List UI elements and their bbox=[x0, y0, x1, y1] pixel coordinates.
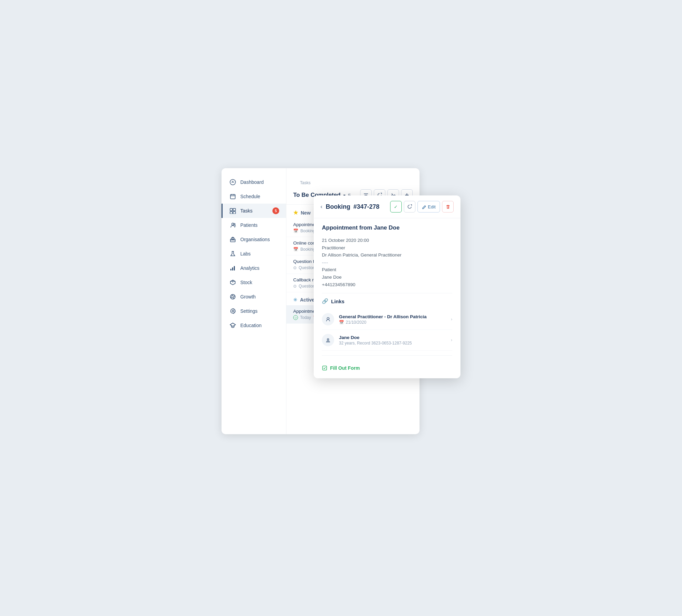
svg-rect-20 bbox=[234, 266, 235, 270]
sidebar-item-patients[interactable]: Patients bbox=[222, 218, 286, 232]
booking-icon: 📅 bbox=[293, 229, 298, 233]
booking-edit-button[interactable]: Edit bbox=[417, 201, 440, 212]
schedule-icon bbox=[229, 193, 236, 200]
svg-point-26 bbox=[231, 309, 235, 313]
svg-point-35 bbox=[327, 338, 329, 341]
sidebar-item-stock[interactable]: Stock bbox=[222, 275, 286, 290]
sidebar-item-labs[interactable]: Labs bbox=[222, 247, 286, 261]
appointment-title: Appointment from Jane Doe bbox=[322, 224, 452, 231]
booking-refresh-button[interactable] bbox=[404, 201, 415, 212]
booking-id: #347-278 bbox=[353, 203, 379, 210]
svg-rect-9 bbox=[230, 211, 232, 214]
link-chevron-patient: › bbox=[451, 338, 452, 342]
booking-check-button[interactable]: ✓ bbox=[390, 201, 402, 212]
education-label: Education bbox=[240, 323, 261, 328]
star-icon: ★ bbox=[293, 209, 298, 216]
task-type: Question bbox=[299, 265, 315, 270]
booking-datetime-block: 21 October 2020 20:00 Practitioner Dr Al… bbox=[322, 237, 452, 288]
fill-form-button[interactable]: Fill Out Form bbox=[322, 361, 452, 372]
link-subtitle-patient: 32 years, Record 3623-0653-1287-9225 bbox=[339, 341, 446, 346]
organisations-label: Organisations bbox=[240, 237, 270, 242]
booking-icon: 📅 bbox=[293, 247, 298, 252]
task-type: Booking bbox=[300, 229, 315, 233]
svg-point-25 bbox=[232, 310, 234, 312]
svg-point-11 bbox=[232, 223, 234, 225]
link-subtitle-practitioner: 📅 21/10/2020 bbox=[339, 320, 446, 325]
labs-icon bbox=[229, 250, 236, 257]
svg-point-12 bbox=[234, 223, 235, 225]
booking-patient-name: Jane Doe bbox=[322, 274, 452, 281]
booking-title: Booking #347-278 bbox=[326, 203, 386, 210]
sidebar-item-education[interactable]: Education bbox=[222, 318, 286, 333]
labs-label: Labs bbox=[240, 251, 251, 256]
education-icon bbox=[229, 322, 236, 329]
svg-rect-18 bbox=[230, 269, 231, 270]
stock-label: Stock bbox=[240, 280, 252, 285]
sidebar-item-schedule[interactable]: Schedule bbox=[222, 189, 286, 204]
growth-label: Growth bbox=[240, 294, 256, 299]
svg-rect-19 bbox=[232, 267, 233, 270]
links-section-title: 🔗 Links bbox=[322, 298, 452, 304]
sidebar-item-organisations[interactable]: Organisations bbox=[222, 232, 286, 247]
booking-delete-button[interactable] bbox=[442, 201, 454, 212]
booking-card: ‹ Booking #347-278 ✓ Edit bbox=[314, 195, 460, 378]
practitioner-link-icon bbox=[322, 313, 334, 325]
link-chevron-practitioner: › bbox=[451, 317, 452, 322]
svg-rect-7 bbox=[230, 208, 232, 211]
sidebar-item-analytics[interactable]: Analytics bbox=[222, 261, 286, 275]
sidebar-item-growth[interactable]: Growth bbox=[222, 290, 286, 304]
svg-rect-10 bbox=[233, 211, 236, 214]
link-item-practitioner[interactable]: General Practitioner - Dr Allison Patric… bbox=[322, 309, 452, 330]
patient-link-icon bbox=[322, 334, 334, 346]
question-icon: ⊙ bbox=[293, 265, 297, 270]
booking-body: Appointment from Jane Doe 21 October 202… bbox=[314, 218, 460, 378]
booking-patient-label: Patient bbox=[322, 266, 452, 274]
link-title-practitioner: General Practitioner - Dr Allison Patric… bbox=[339, 314, 446, 319]
active-section-label: Active bbox=[300, 297, 314, 303]
task-type: Booking bbox=[300, 247, 315, 252]
sidebar-item-tasks[interactable]: Tasks 5 bbox=[222, 204, 286, 218]
settings-icon bbox=[229, 308, 236, 314]
link-title-patient: Jane Doe bbox=[339, 335, 446, 340]
stock-icon bbox=[229, 279, 236, 286]
svg-point-24 bbox=[232, 296, 234, 298]
new-section-label: New bbox=[301, 210, 311, 216]
booking-patient-phone: +441234567890 bbox=[322, 281, 452, 289]
sidebar: Dashboard Schedule bbox=[222, 168, 286, 434]
calendar-icon-small: 📅 bbox=[339, 320, 344, 325]
booking-header: ‹ Booking #347-278 ✓ Edit bbox=[314, 195, 460, 218]
booking-datetime: 21 October 2020 20:00 bbox=[322, 237, 452, 244]
analytics-label: Analytics bbox=[240, 265, 259, 271]
tasks-header-label: Tasks bbox=[293, 174, 413, 186]
tasks-icon bbox=[229, 207, 236, 214]
booking-practitioner-name: Dr Allison Patricia, General Practitione… bbox=[322, 251, 452, 259]
tasks-badge: 5 bbox=[272, 207, 279, 214]
svg-marker-27 bbox=[230, 323, 236, 326]
task-type: Question bbox=[299, 284, 315, 289]
link-chain-icon: 🔗 bbox=[322, 298, 328, 304]
patients-label: Patients bbox=[240, 222, 258, 228]
booking-actions: ✓ Edit bbox=[390, 201, 454, 212]
svg-rect-8 bbox=[233, 208, 236, 211]
analytics-icon bbox=[229, 265, 236, 272]
link-content-practitioner: General Practitioner - Dr Allison Patric… bbox=[339, 314, 446, 325]
sidebar-item-settings[interactable]: Settings bbox=[222, 304, 286, 318]
tasks-label: Tasks bbox=[240, 208, 253, 214]
active-icon: ✳ bbox=[293, 297, 297, 303]
booking-title-prefix: Booking bbox=[326, 203, 350, 210]
dashboard-label: Dashboard bbox=[240, 179, 264, 185]
link-item-patient[interactable]: Jane Doe 32 years, Record 3623-0653-1287… bbox=[322, 330, 452, 351]
booking-separator: ---- bbox=[322, 259, 452, 266]
back-button[interactable]: ‹ bbox=[321, 204, 322, 210]
dashboard-icon bbox=[229, 179, 236, 186]
link-content-patient: Jane Doe 32 years, Record 3623-0653-1287… bbox=[339, 335, 446, 346]
booking-practitioner-label: Practitioner bbox=[322, 244, 452, 252]
booking-divider-2 bbox=[322, 355, 452, 356]
patients-icon bbox=[229, 222, 236, 229]
question-icon: ⊙ bbox=[293, 284, 297, 289]
today-label: Today bbox=[300, 315, 311, 320]
sidebar-item-dashboard[interactable]: Dashboard bbox=[222, 175, 286, 189]
settings-label: Settings bbox=[240, 308, 258, 314]
svg-point-34 bbox=[327, 318, 329, 320]
today-badge: ○ bbox=[293, 315, 298, 320]
